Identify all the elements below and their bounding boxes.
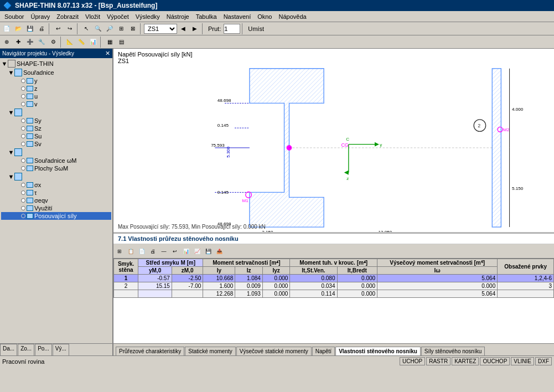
icon-seqv bbox=[21, 198, 25, 203]
prut-input[interactable]: 1 bbox=[224, 24, 240, 34]
tbl-btn6[interactable]: ↩ bbox=[170, 246, 180, 256]
t2-btn6[interactable]: 📐 bbox=[64, 37, 75, 48]
tab-vlastnosti[interactable]: Vlastnosti stěnového nosníku bbox=[335, 347, 421, 355]
prev-btn[interactable]: ◀ bbox=[178, 23, 189, 34]
tree-item-su[interactable]: Su bbox=[1, 132, 111, 140]
zoom-btn[interactable]: 🔍 bbox=[92, 23, 103, 34]
t2-btn7[interactable]: 📏 bbox=[76, 37, 87, 48]
menu-item-vloit[interactable]: Vložit bbox=[82, 12, 103, 21]
tree-item-sv[interactable]: Sv bbox=[1, 140, 111, 148]
tbl-btn8[interactable]: 📈 bbox=[192, 246, 202, 256]
tree-item-omfolder[interactable]: ▼ bbox=[1, 148, 111, 157]
tbl-btn5[interactable]: — bbox=[159, 246, 169, 256]
zoom-window-btn[interactable]: ⊞ bbox=[116, 23, 127, 34]
expand-sfolder[interactable]: ▼ bbox=[8, 109, 14, 116]
td-g-1: 0.000 bbox=[337, 275, 377, 282]
status-ouchop[interactable]: OUCHOP bbox=[480, 357, 510, 365]
t2-btn2[interactable]: ✚ bbox=[13, 37, 24, 48]
menu-item-okno[interactable]: Okno bbox=[254, 12, 275, 21]
tree-item-v[interactable]: v bbox=[1, 100, 111, 108]
tree-item-seqv[interactable]: σeqv bbox=[1, 197, 111, 204]
print-btn[interactable]: 🖨 bbox=[36, 23, 47, 34]
menu-item-pravy[interactable]: Úpravy bbox=[27, 12, 53, 21]
sep4 bbox=[202, 23, 204, 34]
nav-tab-da[interactable]: Da... bbox=[0, 344, 17, 355]
expand-omfolder[interactable]: ▼ bbox=[8, 149, 14, 156]
t2-btn3[interactable]: ➕ bbox=[24, 37, 35, 48]
tab-sily[interactable]: Síly stěnového nosníku bbox=[421, 347, 485, 355]
t2-btn5[interactable]: ⚙ bbox=[48, 37, 59, 48]
tree-item-sz[interactable]: Sz bbox=[1, 125, 111, 132]
nav-tab-vy[interactable]: Vý... bbox=[53, 344, 69, 355]
tree-item-sigx[interactable]: σx bbox=[1, 181, 111, 189]
tree-item-posouvajici[interactable]: Posouvající síly bbox=[1, 212, 111, 220]
td-zm0-1: -2.50 bbox=[172, 275, 203, 282]
menu-item-nstroje[interactable]: Nástroje bbox=[163, 12, 193, 21]
func-icon-z bbox=[27, 86, 33, 91]
tbl-btn4[interactable]: 🖨 bbox=[148, 246, 158, 256]
save-btn[interactable]: 💾 bbox=[24, 23, 35, 34]
nav-close[interactable]: ✕ bbox=[105, 50, 110, 57]
tbl-btn9[interactable]: 💾 bbox=[203, 246, 213, 256]
nav-tab-po[interactable]: Po... bbox=[35, 344, 52, 355]
tree-item-sigfolder[interactable]: ▼ bbox=[1, 172, 111, 181]
tbl-btn10[interactable]: 📤 bbox=[214, 246, 224, 256]
tree-item-plochy[interactable]: Plochy SωM bbox=[1, 164, 111, 172]
tree-item-z[interactable]: z bbox=[1, 85, 111, 92]
menu-item-tabulka[interactable]: Tabulka bbox=[193, 12, 220, 21]
status-rastr[interactable]: RASTR bbox=[426, 357, 451, 365]
status-kartez[interactable]: KARTEZ bbox=[452, 357, 479, 365]
tbl-btn2[interactable]: 📋 bbox=[126, 246, 136, 256]
tree-item-souradnice[interactable]: ▼ Souřadnice bbox=[1, 68, 111, 77]
t2-btn4[interactable]: 🔧 bbox=[36, 37, 47, 48]
tree-item-sy[interactable]: Sy bbox=[1, 117, 111, 125]
tab-napeti[interactable]: Napětí bbox=[312, 347, 335, 355]
menu-item-nastaven[interactable]: Nastavení bbox=[220, 12, 255, 21]
zs-selector[interactable]: ZS1 bbox=[144, 24, 177, 34]
tab-vysecove[interactable]: Výsečové statické momenty bbox=[236, 347, 312, 355]
menu-item-soubor[interactable]: Soubor bbox=[1, 12, 27, 21]
tbl-btn1[interactable]: ⊞ bbox=[115, 246, 125, 256]
menu-item-vsledky[interactable]: Výsledky bbox=[132, 12, 163, 21]
menu-item-vpoet[interactable]: Výpočet bbox=[103, 12, 132, 21]
tbl-btn3[interactable]: 📄 bbox=[137, 246, 147, 256]
expand-souradnice[interactable]: ▼ bbox=[8, 69, 14, 76]
table-row-1[interactable]: 1 -0.57 -2.50 10.668 1.084 0.000 0.080 0… bbox=[114, 275, 554, 282]
tree-item-y[interactable]: y bbox=[1, 77, 111, 85]
tree-item-souradnice-om[interactable]: Souřadnice ωM bbox=[1, 157, 111, 164]
td-iyz-2: 0.000 bbox=[262, 282, 290, 290]
tree-item-root[interactable]: ▼ SHAPE-THIN bbox=[1, 59, 111, 68]
tree-item-vyuziti[interactable]: Využití bbox=[1, 204, 111, 212]
select-btn[interactable]: ↖ bbox=[81, 23, 92, 34]
tree-item-u[interactable]: u bbox=[1, 92, 111, 100]
folder-icon-root bbox=[8, 60, 15, 68]
tbl-btn7[interactable]: 📊 bbox=[181, 246, 191, 256]
zoom-all-btn[interactable]: ⊠ bbox=[127, 23, 138, 34]
expand-root[interactable]: ▼ bbox=[1, 60, 8, 67]
open-btn[interactable]: 📂 bbox=[13, 23, 24, 34]
redo-btn[interactable]: ↪ bbox=[64, 23, 75, 34]
tab-prurezove[interactable]: Průřezové charakteristiky bbox=[116, 347, 184, 355]
t2-btn10[interactable]: ▤ bbox=[116, 37, 127, 48]
th-io: Iω bbox=[377, 267, 498, 275]
new-btn[interactable]: 📄 bbox=[1, 23, 12, 34]
undo-btn[interactable]: ↩ bbox=[53, 23, 64, 34]
t2-btn8[interactable]: 📊 bbox=[87, 37, 99, 48]
tab-staticke[interactable]: Statické momenty bbox=[185, 347, 235, 355]
nav-tab-zo[interactable]: Zo... bbox=[18, 344, 34, 355]
t2-btn9[interactable]: ▦ bbox=[104, 37, 115, 48]
status-dxf[interactable]: DXF bbox=[535, 357, 552, 365]
nav-tabs: Da... Zo... Po... Vý... bbox=[0, 343, 112, 355]
td-zm0-sum bbox=[172, 290, 203, 298]
table-row-2[interactable]: 2 15.15 -7.00 1.600 0.009 0.000 0.034 0.… bbox=[114, 282, 554, 290]
expand-sigfolder[interactable]: ▼ bbox=[8, 173, 14, 180]
next-btn[interactable]: ▶ bbox=[189, 23, 200, 34]
status-vlinie[interactable]: VLINIE bbox=[511, 357, 534, 365]
t2-btn1[interactable]: ⊕ bbox=[1, 37, 12, 48]
zoom-in-btn[interactable]: 🔎 bbox=[104, 23, 115, 34]
tree-item-sfolder[interactable]: ▼ bbox=[1, 108, 111, 117]
menu-item-npovda[interactable]: Nápověda bbox=[275, 12, 309, 21]
tree-item-tau[interactable]: τ bbox=[1, 189, 111, 197]
status-uchop[interactable]: UCHOP bbox=[400, 357, 425, 365]
menu-item-zobrazit[interactable]: Zobrazit bbox=[53, 12, 82, 21]
